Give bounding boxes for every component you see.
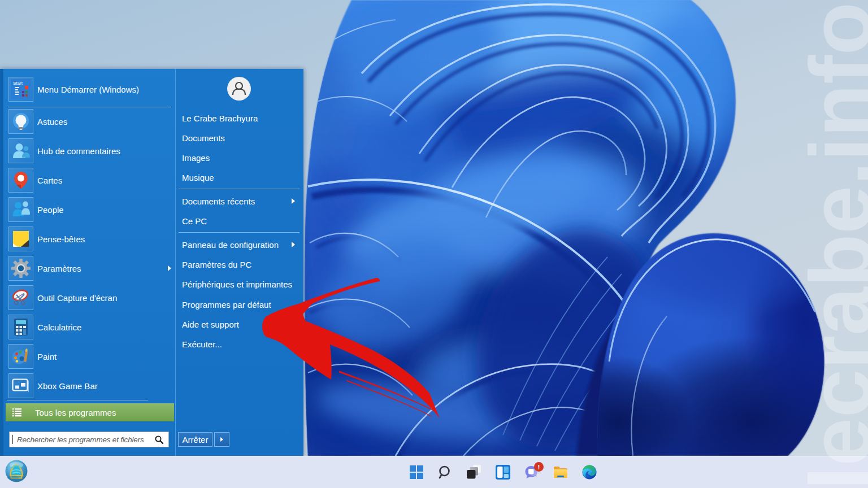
svg-text:Start: Start	[13, 81, 23, 86]
